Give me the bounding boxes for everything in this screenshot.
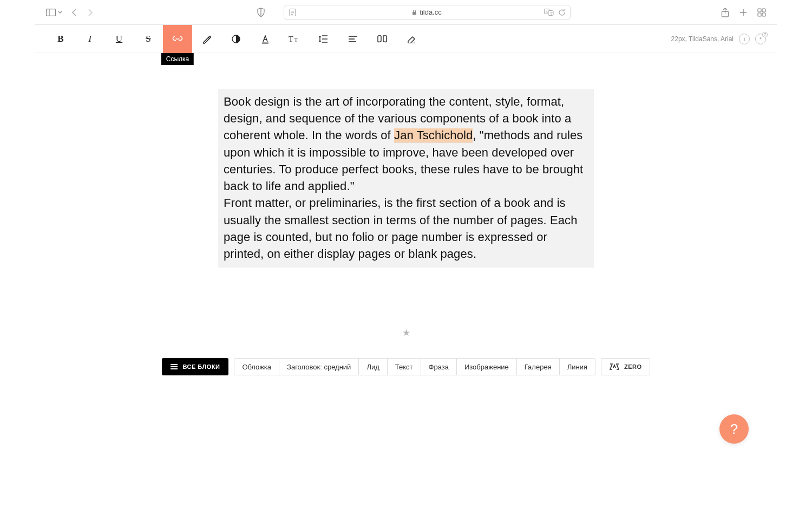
svg-rect-16 (758, 13, 761, 16)
font-color-button[interactable] (251, 25, 280, 53)
align-button[interactable] (338, 25, 368, 53)
add-block-marker[interactable]: ★ (402, 327, 410, 339)
zero-block-button[interactable]: ZERO (601, 358, 650, 375)
all-blocks-button[interactable]: ВСЕ БЛОКИ (162, 358, 228, 375)
block-library-row: ВСЕ БЛОКИ Обложка Заголовок: средний Лид… (162, 358, 650, 375)
zero-icon (609, 363, 620, 370)
block-categories: Обложка Заголовок: средний Лид Текст Фра… (234, 358, 595, 375)
ai-assist-icon[interactable]: ? (755, 34, 766, 44)
link-button[interactable]: Ссылка (163, 25, 192, 53)
block-cat-phrase[interactable]: Фраза (421, 359, 457, 375)
reload-icon[interactable] (558, 9, 566, 16)
svg-text:T: T (289, 35, 293, 43)
info-icon[interactable]: i (739, 34, 750, 44)
block-cat-cover[interactable]: Обложка (234, 359, 279, 375)
strikethrough-button[interactable]: S (134, 25, 163, 53)
underline-button[interactable]: U (104, 25, 134, 53)
browser-chrome: tilda.cc A文 (35, 0, 777, 25)
italic-button[interactable]: I (75, 25, 104, 53)
block-cat-lead[interactable]: Лид (359, 359, 387, 375)
svg-text:文: 文 (550, 11, 553, 15)
sidebar-toggle[interactable] (46, 9, 62, 16)
url-bar[interactable]: tilda.cc A文 (284, 5, 571, 20)
editor-toolbar: B I U S Ссылка TT 22px, TildaSans, Arial… (35, 25, 777, 53)
share-icon[interactable] (721, 8, 729, 17)
bold-button[interactable]: B (46, 25, 75, 53)
list-icon (171, 364, 178, 369)
translate-icon[interactable]: A文 (544, 9, 554, 16)
new-tab-icon[interactable] (739, 8, 748, 17)
linked-text[interactable]: Jan Tschichold (394, 128, 473, 142)
tab-overview-icon[interactable] (757, 8, 766, 17)
svg-rect-17 (762, 13, 765, 16)
svg-rect-15 (762, 9, 765, 12)
clear-format-button[interactable] (397, 25, 426, 53)
block-cat-image[interactable]: Изображение (457, 359, 517, 375)
privacy-shield-icon[interactable] (257, 8, 265, 17)
color-button[interactable] (192, 25, 221, 53)
text-block[interactable]: Book design is the art of incorporating … (218, 89, 594, 268)
line-height-button[interactable] (309, 25, 338, 53)
block-cat-heading-medium[interactable]: Заголовок: средний (279, 359, 359, 375)
content-area: Book design is the art of incorporating … (35, 53, 777, 375)
help-button[interactable]: ? (719, 414, 749, 444)
svg-rect-14 (758, 9, 761, 12)
weight-button[interactable] (221, 25, 251, 53)
forward-button[interactable] (86, 8, 95, 17)
font-info: 22px, TildaSans, Arial (671, 35, 734, 43)
block-cat-text[interactable]: Текст (388, 359, 421, 375)
link-tooltip: Ссылка (161, 53, 194, 65)
svg-text:A: A (546, 10, 548, 13)
reader-icon[interactable] (289, 8, 296, 16)
back-button[interactable] (70, 8, 78, 17)
url-host: tilda.cc (420, 8, 441, 16)
svg-rect-0 (47, 9, 56, 16)
lock-icon (412, 9, 417, 15)
paragraph-2: Front matter, or preliminaries, is the f… (224, 196, 577, 261)
text-size-button[interactable]: TT (280, 25, 309, 53)
block-cat-gallery[interactable]: Галерея (517, 359, 560, 375)
svg-text:T: T (294, 37, 298, 43)
block-cat-line[interactable]: Линия (560, 359, 595, 375)
svg-rect-6 (412, 12, 416, 15)
columns-button[interactable] (368, 25, 397, 53)
chevron-down-icon (58, 11, 62, 14)
